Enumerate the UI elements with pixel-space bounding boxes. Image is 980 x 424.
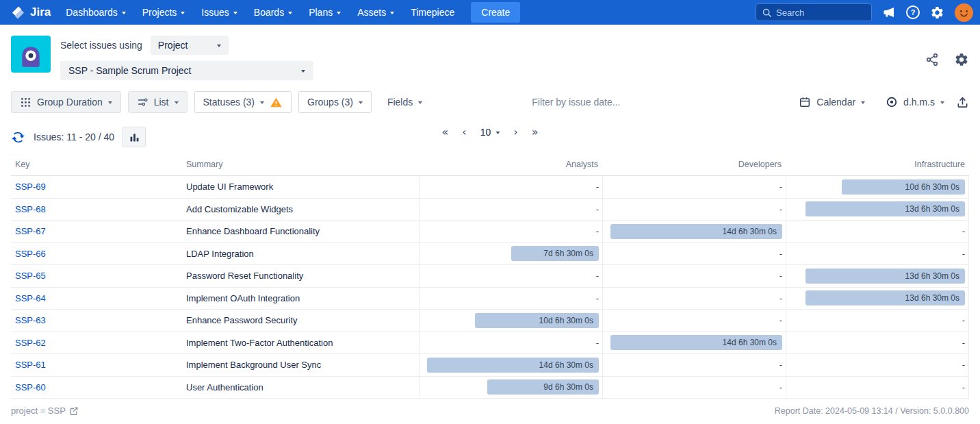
issue-key-link[interactable]: SSP-60: [15, 382, 46, 392]
export-button[interactable]: [956, 96, 969, 109]
table-row: SSP-61Implement Background User Sync14d …: [11, 354, 969, 377]
duration-cell-developers: -: [602, 288, 786, 310]
issue-source-value: Project: [158, 40, 188, 51]
groups-button[interactable]: Groups (3): [298, 91, 372, 113]
nav-item-plans[interactable]: Plans: [300, 3, 349, 22]
help-icon: ?: [906, 5, 920, 19]
issue-key-link[interactable]: SSP-62: [15, 338, 46, 348]
settings-button[interactable]: [930, 5, 944, 20]
duration-bar: 7d 6h 30m 0s: [511, 246, 599, 261]
help-button[interactable]: ?: [906, 5, 920, 19]
chevron-down-icon: [495, 132, 500, 134]
duration-bar: 14d 6h 30m 0s: [610, 224, 782, 239]
issue-date-filter-input[interactable]: [532, 97, 689, 108]
issue-key-link[interactable]: SSP-63: [15, 315, 46, 325]
duration-cell-infrastructure: 13d 6h 30m 0s: [786, 288, 969, 310]
nav-item-timepiece[interactable]: Timepiece: [402, 3, 463, 22]
duration-bar: 10d 6h 30m 0s: [842, 179, 965, 195]
report-header: Select issues using Project SSP - Sample…: [0, 25, 980, 86]
chevron-down-icon: [940, 101, 944, 104]
duration-bar: 10d 6h 30m 0s: [475, 313, 599, 328]
group-duration-label: Group Duration: [37, 97, 103, 108]
chevron-down-icon: [359, 101, 363, 104]
jira-brand[interactable]: Jira: [7, 5, 57, 20]
prev-page-button[interactable]: ‹: [462, 125, 466, 138]
chevron-down-icon: [861, 101, 865, 104]
issue-summary: User Authentication: [182, 377, 419, 399]
chart-view-button[interactable]: [122, 127, 146, 147]
issue-key-link[interactable]: SSP-69: [15, 182, 46, 192]
view-mode-button[interactable]: List: [128, 91, 188, 113]
nav-item-label: Assets: [357, 7, 386, 18]
calendar-icon: [799, 96, 811, 108]
issue-source-select[interactable]: Project: [151, 36, 229, 55]
announcements-button[interactable]: [882, 5, 896, 19]
nav-item-dashboards[interactable]: Dashboards: [57, 3, 134, 22]
group-duration-button[interactable]: Group Duration: [11, 91, 121, 113]
duration-cell-analysts: 7d 6h 30m 0s: [419, 243, 602, 265]
duration-cell-infrastructure: -: [786, 332, 969, 354]
issues-bar: Issues: 11 - 20 / 40 « ‹ 10 › »: [0, 123, 980, 157]
duration-cell-infrastructure: -: [786, 243, 969, 265]
duration-bar: 13d 6h 30m 0s: [805, 201, 965, 216]
user-avatar[interactable]: [955, 3, 973, 22]
jira-logo-icon: [11, 5, 25, 20]
page-size-select[interactable]: 10: [480, 127, 500, 138]
issue-summary: Implement Two-Factor Authentication: [182, 332, 419, 354]
issue-source-controls: Select issues using Project SSP - Sample…: [60, 36, 313, 80]
key-cell: SSP-64: [11, 288, 182, 310]
chevron-down-icon: [390, 12, 394, 14]
table-row: SSP-65Password Reset Functionality--13d …: [11, 265, 969, 288]
issue-key-link[interactable]: SSP-65: [15, 271, 46, 281]
table-row: SSP-66LDAP Integration7d 6h 30m 0s--: [11, 243, 969, 266]
nav-item-issues[interactable]: Issues: [193, 3, 245, 22]
chevron-down-icon: [418, 101, 422, 104]
duration-format-button[interactable]: d.h.m.s: [877, 91, 953, 113]
groups-label: Groups (3): [307, 97, 353, 108]
duration-cell-developers: -: [602, 377, 786, 399]
duration-cell-infrastructure: -: [786, 310, 969, 332]
duration-bar: 13d 6h 30m 0s: [805, 290, 965, 305]
first-page-button[interactable]: «: [442, 125, 449, 138]
search-input[interactable]: [776, 8, 866, 18]
refresh-icon: [11, 130, 25, 145]
share-button[interactable]: [925, 53, 939, 66]
share-icon: [925, 53, 939, 66]
issue-summary: Enhance Dashboard Functionality: [182, 221, 419, 242]
nav-item-label: Timepiece: [411, 7, 454, 18]
column-header-key: Key: [11, 160, 182, 169]
last-page-button[interactable]: »: [532, 125, 539, 138]
nav-item-boards[interactable]: Boards: [246, 3, 300, 22]
key-cell: SSP-63: [11, 310, 182, 332]
view-mode-label: List: [154, 97, 169, 108]
issues-count-label: Issues: 11 - 20 / 40: [34, 132, 114, 142]
jql-filter-link[interactable]: project = SSP: [11, 406, 79, 416]
nav-item-projects[interactable]: Projects: [134, 3, 194, 22]
duration-cell-analysts: 14d 6h 30m 0s: [419, 354, 602, 376]
report-settings-button[interactable]: [954, 52, 969, 67]
duration-cell-infrastructure: -: [786, 221, 969, 242]
create-button[interactable]: Create: [471, 2, 520, 23]
calendar-button[interactable]: Calendar: [790, 91, 874, 113]
chevron-down-icon: [301, 70, 305, 73]
project-select[interactable]: SSP - Sample Scrum Project: [60, 61, 313, 80]
fields-button[interactable]: Fields: [378, 91, 431, 113]
issue-key-link[interactable]: SSP-66: [15, 249, 46, 259]
refresh-button[interactable]: [11, 130, 25, 145]
duration-format-icon: [886, 96, 898, 108]
issue-key-link[interactable]: SSP-64: [15, 293, 46, 303]
table-body: SSP-69Update UI Framework--10d 6h 30m 0s…: [11, 176, 969, 399]
column-header-analysts: Analysts: [419, 160, 602, 169]
statuses-label: Statuses (3): [203, 97, 255, 108]
statuses-button[interactable]: Statuses (3): [194, 91, 292, 113]
duration-cell-developers: -: [602, 176, 786, 198]
nav-item-assets[interactable]: Assets: [349, 3, 402, 22]
issue-key-link[interactable]: SSP-68: [15, 204, 46, 214]
chevron-down-icon: [122, 12, 126, 14]
next-page-button[interactable]: ›: [513, 125, 517, 138]
timepiece-app-icon[interactable]: [11, 36, 51, 73]
issue-summary: Password Reset Functionality: [182, 265, 419, 287]
issue-key-link[interactable]: SSP-67: [15, 226, 46, 236]
issue-key-link[interactable]: SSP-61: [15, 360, 46, 370]
avatar-icon: [955, 3, 973, 22]
